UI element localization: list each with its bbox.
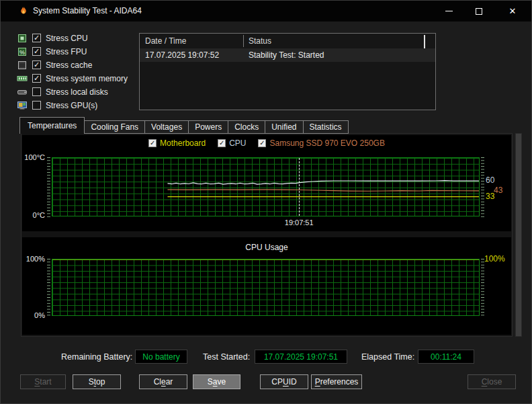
label-accel: e	[161, 377, 166, 387]
window-title: System Stability Test - AIDA64	[33, 6, 142, 15]
legend-item-motherboard: ✓ Motherboard	[148, 138, 206, 148]
test-started-label: Test Started:	[203, 352, 250, 362]
time-axis: 19:07:51	[52, 218, 480, 229]
legend-ssd-checkbox[interactable]: ✓	[258, 139, 266, 147]
start-button[interactable]: Start	[20, 374, 66, 389]
save-button[interactable]: Save	[193, 374, 240, 389]
label-part: tart	[40, 377, 51, 387]
stress-gpu-label: Stress GPU(s)	[46, 101, 97, 110]
stop-button[interactable]: Stop	[73, 374, 121, 389]
label-part: S	[89, 377, 94, 387]
usage-axis-max-label: 100%	[22, 255, 45, 263]
cpuid-button[interactable]: CPUID	[260, 374, 308, 389]
stress-option-gpu: Stress GPU(s)	[17, 99, 97, 111]
checkmark: ✓	[259, 140, 265, 147]
legend-motherboard-label: Motherboard	[160, 138, 206, 148]
legend-cpu-label: CPU	[229, 138, 246, 148]
legend-cpu-checkbox[interactable]: ✓	[218, 139, 226, 147]
stress-fpu-label: Stress FPU	[46, 47, 87, 56]
tab-powers[interactable]: Powers	[188, 120, 228, 134]
maximize-icon	[476, 8, 482, 15]
tab-statistics[interactable]: Statistics	[303, 120, 349, 134]
tab-cooling-fans[interactable]: Cooling Fans	[84, 120, 145, 134]
graph-legend: ✓ Motherboard ✓ CPU ✓ Samsung SSD 970 EV…	[22, 138, 511, 148]
checkmark: ✓	[34, 75, 40, 82]
log-column-status[interactable]: Status	[249, 36, 271, 46]
stress-cache-label: Stress cache	[46, 60, 92, 70]
temperatures-tab-page: ✓ Motherboard ✓ CPU ✓ Samsung SSD 970 EV…	[21, 133, 513, 337]
cpu-icon	[17, 33, 28, 44]
clear-button[interactable]: Clear	[139, 374, 187, 389]
titlebar: System Stability Test - AIDA64 ✕	[1, 1, 531, 22]
cpu-usage-graph-section: CPU Usage 100% 0% 100%	[22, 237, 511, 335]
panel-scrollbar[interactable]	[515, 133, 522, 337]
elapsed-time-text: 00:11:24	[431, 352, 461, 362]
label-part: references	[320, 377, 359, 387]
cpu-usage-series-plot	[52, 259, 479, 315]
elapsed-time-value: 00:11:24	[418, 350, 474, 364]
temp-axis-ticks-left	[47, 157, 50, 217]
close-icon: ✕	[509, 6, 517, 16]
test-started-value: 17.07.2025 19:07:51	[255, 350, 347, 364]
tab-temperatures[interactable]: Temperatures	[19, 117, 85, 134]
battery-value-text: No battery	[142, 352, 179, 362]
stress-cpu-checkbox[interactable]: ✓	[32, 34, 41, 42]
checkmark: ✓	[34, 34, 40, 42]
stress-option-cache: ✓ Stress cache	[17, 59, 92, 71]
stress-gpu-checkbox[interactable]	[32, 101, 41, 110]
temperature-graph-section: ✓ Motherboard ✓ CPU ✓ Samsung SSD 970 EV…	[22, 135, 511, 231]
temp-axis-ticks-right	[481, 157, 484, 217]
label-accel: C	[482, 377, 488, 387]
minimize-icon	[445, 11, 453, 11]
checkmark: ✓	[34, 48, 40, 55]
cpu-current-temp: 60	[486, 175, 494, 185]
event-log-panel: Date / Time Status 17.07.2025 19:07:52 S…	[139, 33, 436, 110]
legend-motherboard-checkbox[interactable]: ✓	[148, 139, 157, 147]
label-part: S	[208, 377, 213, 387]
maximize-button[interactable]	[468, 1, 490, 22]
cpu-usage-title: CPU Usage	[22, 243, 511, 252]
tab-voltages[interactable]: Voltages	[144, 120, 189, 134]
stress-option-memory: ✓ Stress system memory	[17, 73, 128, 84]
disk-icon	[17, 87, 28, 97]
usage-axis-min-label: 0%	[22, 311, 45, 319]
label-part: Cl	[154, 377, 161, 387]
temp-axis-max-label: 100°C	[22, 153, 45, 161]
label-accel: U	[283, 377, 289, 387]
tab-unified[interactable]: Unified	[265, 120, 303, 134]
fpu-icon: %	[17, 46, 28, 57]
close-button[interactable]: Close	[468, 374, 516, 389]
time-marker-line	[299, 158, 300, 216]
legend-item-ssd: ✓ Samsung SSD 970 EVO 250GB	[258, 138, 384, 148]
column-separator[interactable]	[243, 35, 244, 47]
stress-option-cpu: ✓ Stress CPU	[17, 32, 88, 44]
temperature-series-plot	[52, 158, 479, 216]
label-accel: P	[315, 377, 320, 387]
stress-option-fpu: % ✓ Stress FPU	[17, 46, 87, 57]
stress-disks-checkbox[interactable]	[32, 87, 41, 96]
label-part: lose	[487, 377, 502, 387]
minimize-button[interactable]	[437, 1, 460, 22]
log-row[interactable]: 17.07.2025 19:07:52 Stability Test: Star…	[140, 48, 435, 62]
elapsed-time-label: Elapsed Time:	[361, 352, 414, 362]
remaining-battery-label: Remaining Battery:	[61, 352, 132, 362]
stress-memory-checkbox[interactable]: ✓	[32, 74, 41, 83]
cpu-usage-current: 100%	[484, 254, 505, 264]
gpu-icon	[17, 100, 28, 111]
stress-fpu-checkbox[interactable]: ✓	[32, 47, 41, 56]
checkmark: ✓	[34, 61, 40, 69]
usage-axis-ticks-left	[47, 259, 50, 317]
log-column-datetime[interactable]: Date / Time	[145, 36, 186, 46]
log-header: Date / Time Status	[140, 34, 435, 48]
stress-cache-checkbox[interactable]: ✓	[32, 60, 41, 69]
tab-clocks[interactable]: Clocks	[228, 120, 265, 134]
temperature-chart	[52, 157, 480, 216]
checkmark: ✓	[150, 140, 155, 147]
usage-axis-ticks-right	[481, 259, 484, 317]
memory-icon	[17, 73, 28, 84]
preferences-button[interactable]: Preferences	[311, 374, 362, 389]
log-cell-status: Stability Test: Started	[249, 50, 324, 60]
close-window-button[interactable]: ✕	[501, 1, 524, 22]
temp-axis-min-label: 0°C	[22, 211, 45, 219]
motherboard-current-temp: 33	[486, 192, 494, 201]
